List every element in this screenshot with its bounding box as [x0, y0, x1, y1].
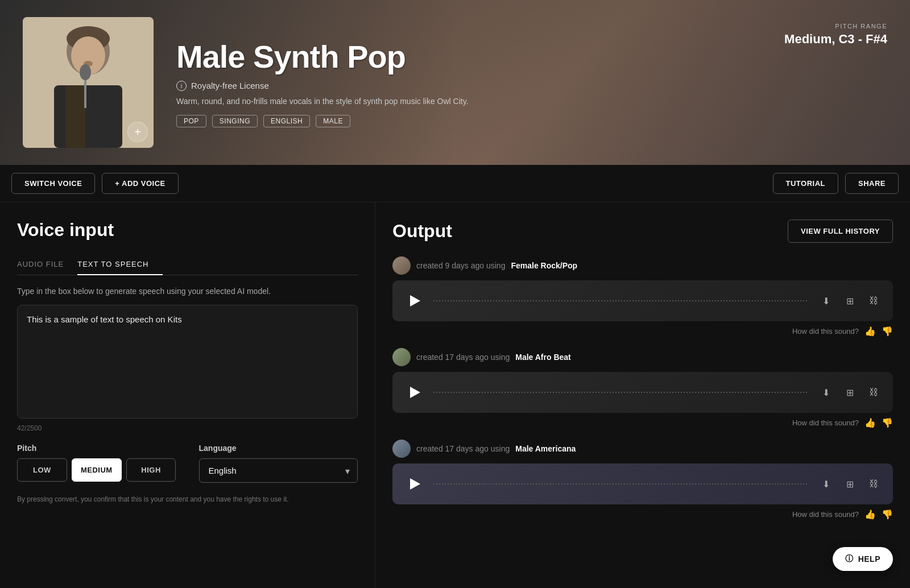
voice-input-panel: Voice input AUDIO FILE TEXT TO SPEECH Ty…	[0, 202, 375, 588]
output-panel: Output VIEW FULL HISTORY created 9 days …	[375, 202, 910, 588]
svg-point-8	[80, 64, 91, 80]
pitch-high-button[interactable]: HIGH	[126, 458, 176, 482]
thumbs-down-icon-1[interactable]: 👎	[882, 326, 893, 337]
pitch-button-group: LOW MEDIUM HIGH	[17, 458, 176, 482]
controls-row: Pitch LOW MEDIUM HIGH Language English S…	[17, 444, 358, 483]
tutorial-button[interactable]: TUTORIAL	[773, 173, 838, 194]
pitch-range-label: PITCH RANGE	[784, 23, 887, 30]
voice-name-2: Male Afro Beat	[515, 353, 571, 362]
banner: + Male Synth Pop i Royalty-free License …	[0, 0, 910, 165]
player-actions-3: ⬇ ⊞ ⛓	[818, 476, 882, 492]
voice-name-3: Male Americana	[515, 444, 576, 453]
download-icon-1[interactable]: ⬇	[818, 293, 834, 309]
thumbs-down-icon-2[interactable]: 👎	[882, 417, 893, 428]
link-icon-3[interactable]: ⛓	[866, 476, 882, 492]
play-button-3[interactable]	[404, 474, 424, 494]
output-meta: created 17 days ago using Male Afro Beat	[392, 348, 893, 366]
link-icon-1[interactable]: ⛓	[866, 293, 882, 309]
output-item: created 9 days ago using Female Rock/Pop…	[392, 256, 893, 337]
download-icon-2[interactable]: ⬇	[818, 384, 834, 400]
feedback-label-2: How did this sound?	[792, 419, 859, 427]
add-image-button[interactable]: +	[127, 122, 148, 142]
output-item: created 17 days ago using Male Afro Beat…	[392, 348, 893, 428]
waveform-1	[433, 300, 809, 301]
feedback-row-1: How did this sound? 👍 👎	[392, 326, 893, 337]
pitch-range-info: PITCH RANGE Medium, C3 - F#4	[784, 23, 887, 47]
voice-description: Warm, round, and no-frills male vocals i…	[176, 97, 574, 106]
thumbs-down-icon-3[interactable]: 👎	[882, 509, 893, 520]
meta-text-3: created 17 days ago using	[416, 444, 510, 453]
feedback-row-3: How did this sound? 👍 👎	[392, 509, 893, 520]
pitch-label: Pitch	[17, 444, 176, 453]
main-content: Voice input AUDIO FILE TEXT TO SPEECH Ty…	[0, 202, 910, 588]
player-actions-2: ⬇ ⊞ ⛓	[818, 384, 882, 400]
language-select-wrapper: English Spanish French German Italian	[199, 458, 358, 483]
add-to-queue-icon-2[interactable]: ⊞	[842, 384, 858, 400]
meta-text-1: created 9 days ago using	[416, 261, 505, 270]
info-icon: i	[176, 81, 187, 91]
voice-title: Male Synth Pop	[176, 38, 784, 75]
tag-pop: POP	[176, 115, 206, 127]
play-button-1[interactable]	[404, 291, 424, 311]
link-icon-2[interactable]: ⛓	[866, 384, 882, 400]
svg-rect-5	[54, 85, 122, 148]
share-button[interactable]: SHARE	[845, 173, 899, 194]
toolbar: SWITCH VOICE + ADD VOICE TUTORIAL SHARE	[0, 165, 910, 202]
pitch-control: Pitch LOW MEDIUM HIGH	[17, 444, 176, 483]
pitch-medium-button[interactable]: MEDIUM	[72, 458, 122, 482]
pitch-low-button[interactable]: LOW	[17, 458, 67, 482]
tag-english: ENGLISH	[263, 115, 310, 127]
feedback-label-3: How did this sound?	[792, 510, 859, 519]
tag-list: POP SINGING ENGLISH MALE	[176, 115, 784, 127]
audio-player-3: ⬇ ⊞ ⛓	[392, 463, 893, 504]
audio-player-2: ⬇ ⊞ ⛓	[392, 372, 893, 413]
feedback-row-2: How did this sound? 👍 👎	[392, 417, 893, 428]
play-icon-3	[410, 478, 420, 490]
play-icon-1	[410, 295, 420, 307]
tag-male: MALE	[316, 115, 350, 127]
meta-text-2: created 17 days ago using	[416, 353, 510, 362]
artist-image: +	[23, 17, 154, 148]
download-icon-3[interactable]: ⬇	[818, 476, 834, 492]
thumbs-up-icon-1[interactable]: 👍	[864, 326, 876, 337]
waveform-3	[433, 483, 809, 485]
view-history-button[interactable]: VIEW FULL HISTORY	[788, 220, 893, 243]
thumbs-up-icon-2[interactable]: 👍	[864, 417, 876, 428]
language-select[interactable]: English Spanish French German Italian	[199, 458, 358, 483]
license-label: Royalty-free License	[191, 81, 269, 90]
switch-voice-button[interactable]: SWITCH VOICE	[11, 173, 95, 194]
player-actions-1: ⬇ ⊞ ⛓	[818, 293, 882, 309]
avatar	[392, 440, 411, 458]
svg-rect-6	[65, 85, 85, 148]
tab-description: Type in the box below to generate speech…	[17, 287, 358, 296]
char-count: 42/2500	[17, 424, 358, 432]
disclaimer-text: By pressing convert, you confirm that th…	[17, 494, 358, 504]
output-meta: created 17 days ago using Male Americana	[392, 440, 893, 458]
add-to-queue-icon-1[interactable]: ⊞	[842, 293, 858, 309]
avatar	[392, 256, 411, 275]
help-label: HELP	[858, 554, 880, 564]
play-button-2[interactable]	[404, 382, 424, 403]
license-row: i Royalty-free License	[176, 81, 784, 91]
tag-singing: SINGING	[212, 115, 258, 127]
help-button[interactable]: ⓘ HELP	[833, 547, 893, 571]
thumbs-up-icon-3[interactable]: 👍	[864, 509, 876, 520]
avatar	[392, 348, 411, 366]
output-header: Output VIEW FULL HISTORY	[392, 220, 893, 243]
voice-name-1: Female Rock/Pop	[511, 261, 577, 270]
banner-info: Male Synth Pop i Royalty-free License Wa…	[176, 38, 784, 127]
audio-player-1: ⬇ ⊞ ⛓	[392, 280, 893, 321]
language-control: Language English Spanish French German I…	[199, 444, 358, 483]
voice-input-title: Voice input	[17, 220, 358, 241]
add-voice-button[interactable]: + ADD VOICE	[102, 173, 178, 194]
output-meta: created 9 days ago using Female Rock/Pop	[392, 256, 893, 275]
tab-text-to-speech[interactable]: TEXT TO SPEECH	[77, 254, 162, 275]
language-label: Language	[199, 444, 358, 453]
waveform-2	[433, 392, 809, 393]
play-icon-2	[410, 387, 420, 398]
add-to-queue-icon-3[interactable]: ⊞	[842, 476, 858, 492]
tts-textarea[interactable]: This is a sample of text to speech on Ki…	[17, 305, 358, 419]
tab-audio-file[interactable]: AUDIO FILE	[17, 254, 77, 275]
output-title: Output	[392, 221, 452, 242]
feedback-label-1: How did this sound?	[792, 327, 859, 336]
